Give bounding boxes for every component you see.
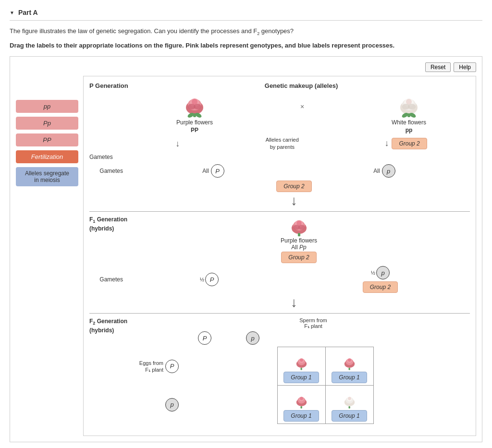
top-buttons: Reset Help bbox=[16, 62, 476, 72]
f1-gametes-label: Gametes bbox=[89, 276, 128, 283]
f2-cell-inner-4: Group 1 bbox=[328, 393, 371, 422]
group2-center-row: Group 2 bbox=[89, 181, 470, 192]
p-capital-circle: P bbox=[211, 164, 224, 178]
f1-gen-label: F1 Generation(hybrids) bbox=[89, 216, 128, 263]
svg-point-23 bbox=[298, 225, 305, 230]
group1-box-3[interactable]: Group 1 bbox=[283, 410, 319, 422]
genetic-makeup-title: Genetic makeup (alleles) bbox=[133, 82, 470, 89]
main-box: Reset Help pp Pp PP Fertilization Allele… bbox=[10, 56, 482, 442]
sperm-p-lower-circle: p bbox=[246, 331, 259, 345]
f2-rose-white-icon bbox=[341, 393, 358, 410]
f2-cell-pp-2: Group 1 bbox=[325, 347, 373, 386]
instructions-line1: The figure illustrates the law of geneti… bbox=[10, 26, 482, 37]
f2-cell-pp-1: Group 1 bbox=[277, 347, 325, 386]
gametes-label-p: Gametes bbox=[89, 154, 133, 160]
all-text-right: All bbox=[373, 168, 380, 174]
f1-label-text: F1 Generation(hybrids) bbox=[89, 216, 127, 232]
f1-gen-content: Purple flowers All Pp Group 2 bbox=[128, 216, 470, 263]
half-p-left-group: ½ P bbox=[200, 273, 219, 286]
sperm-label: Sperm from F₁ plant bbox=[299, 317, 327, 329]
sperm-header: Sperm from F₁ plant bbox=[157, 317, 470, 329]
svg-point-14 bbox=[408, 104, 416, 109]
egg-p-lower-circle: p bbox=[165, 398, 179, 412]
f1-purple-flowers-label: Purple flowers bbox=[281, 237, 317, 244]
gametes-row-p: Gametes bbox=[133, 154, 470, 160]
label-fertilization[interactable]: Fertilization bbox=[16, 150, 78, 163]
f2-rose-pp2-icon bbox=[341, 355, 358, 372]
big-arrow-to-f2: ↓ bbox=[118, 296, 470, 309]
egg-row-1: Eggs from F₁ plant P bbox=[139, 347, 179, 386]
divider-2 bbox=[89, 313, 470, 314]
diagram-main: Gametes All P All p bbox=[89, 164, 470, 424]
eggs-from-label: Eggs from F₁ plant bbox=[139, 360, 163, 374]
f2-grid: Group 1 bbox=[277, 347, 374, 424]
sperm-p-cap-circle: P bbox=[198, 331, 211, 345]
svg-rect-39 bbox=[300, 406, 302, 409]
p-gen-content: Genetic makeup (alleles) bbox=[133, 82, 470, 163]
left-allele-col: ↓ bbox=[175, 139, 180, 148]
white-flower-group: White flowers pp bbox=[392, 93, 426, 133]
white-rose-icon bbox=[396, 93, 421, 118]
group2-center-offset: Group 2 bbox=[276, 181, 311, 192]
label-pp-mixed[interactable]: Pp bbox=[16, 117, 78, 130]
group2-box-3[interactable]: Group 2 bbox=[281, 252, 316, 263]
purple-flower-group: Purple flowers PP bbox=[176, 93, 213, 133]
p-lower-circle: p bbox=[382, 164, 395, 178]
f2-cell-pp-3: Group 1 bbox=[277, 386, 325, 424]
reset-button[interactable]: Reset bbox=[425, 62, 451, 72]
gametes-p-label: Gametes bbox=[89, 168, 128, 174]
f1-purple-rose-icon bbox=[288, 216, 310, 237]
half-p-lower-circle: p bbox=[376, 266, 390, 279]
page-container: ▼ Part A The figure illustrates the law … bbox=[0, 0, 492, 447]
help-button[interactable]: Help bbox=[454, 62, 476, 72]
f2-table-container: Eggs from F₁ plant P p bbox=[128, 347, 470, 424]
all-p-cap-group: All P bbox=[202, 164, 224, 178]
gametes-p-row: Gametes All P All p bbox=[89, 164, 470, 178]
f2-cell-pp-4: Group 1 bbox=[325, 386, 373, 424]
f2-row-1: Group 1 bbox=[277, 347, 373, 386]
group2-box-2[interactable]: Group 2 bbox=[276, 181, 311, 192]
collapse-icon[interactable]: ▼ bbox=[10, 10, 14, 15]
all-text-left: All bbox=[202, 168, 209, 174]
egg-row-2: p bbox=[165, 386, 179, 424]
arrow-down-left: ↓ bbox=[175, 139, 180, 148]
group2-box-4[interactable]: Group 2 bbox=[363, 281, 398, 293]
white-flowers-label: White flowers bbox=[392, 119, 426, 126]
group1-box-2[interactable]: Group 1 bbox=[332, 372, 367, 383]
svg-rect-44 bbox=[348, 406, 350, 409]
label-pp-uppercase[interactable]: PP bbox=[16, 133, 78, 146]
label-alleles-segregate[interactable]: Alleles segregatein meiosis bbox=[16, 167, 78, 186]
diagram-area: P Generation Genetic makeup (alleles) bbox=[83, 76, 476, 436]
gametes-p-content: All P All p bbox=[128, 164, 470, 178]
flowers-row: Purple flowers PP × bbox=[133, 93, 470, 133]
eggs-labels: Eggs from F₁ plant P p bbox=[128, 347, 179, 424]
group2-box-1[interactable]: Group 2 bbox=[392, 138, 427, 149]
pp-white-allele: pp bbox=[406, 127, 413, 133]
purple-rose-icon bbox=[182, 93, 207, 118]
part-header: ▼ Part A bbox=[10, 5, 482, 21]
p-gen-label: P Generation bbox=[89, 82, 133, 163]
svg-point-33 bbox=[348, 359, 351, 362]
alleles-carried-text: Alleles carried by parents bbox=[266, 136, 299, 151]
f1-gametes-row: Gametes ½ P ½ p bbox=[89, 266, 470, 293]
f2-rose-pp3-icon bbox=[293, 393, 310, 410]
label-pp-lowercase[interactable]: pp bbox=[16, 100, 78, 113]
svg-rect-24 bbox=[297, 233, 300, 237]
svg-rect-34 bbox=[348, 368, 350, 370]
f1-all-pp-label: All Pp bbox=[291, 244, 306, 251]
group1-box-4[interactable]: Group 1 bbox=[332, 410, 367, 422]
f2-rose-pp-icon bbox=[293, 355, 310, 372]
group1-box-1[interactable]: Group 1 bbox=[283, 372, 319, 383]
f2-gen-label: F2 Generation(hybrids) bbox=[89, 317, 128, 424]
svg-rect-29 bbox=[300, 368, 302, 370]
f2-gen-content: Sperm from F₁ plant P p bbox=[128, 317, 470, 424]
divider-1 bbox=[89, 211, 470, 212]
f2-cell-inner-2: Group 1 bbox=[328, 355, 371, 383]
big-arrow-to-f1: ↓ bbox=[118, 194, 470, 207]
pp-purple-allele: PP bbox=[191, 127, 198, 133]
half-text-left: ½ bbox=[200, 277, 204, 282]
part-title: Part A bbox=[18, 9, 38, 16]
instructions-line2: Drag the labels to their appropriate loc… bbox=[10, 41, 482, 50]
right-allele-col: ↓ Group 2 bbox=[384, 138, 427, 149]
alleles-carried-row: ↓ Alleles carried by parents ↓ Group 2 bbox=[133, 136, 470, 151]
